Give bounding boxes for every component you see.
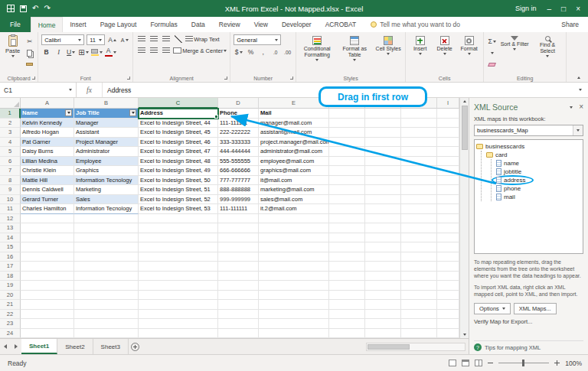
ribbon-tab-acrobat[interactable]: ACROBAT <box>318 17 363 32</box>
cell-G15[interactable] <box>365 242 401 252</box>
cell-G17[interactable] <box>365 262 401 272</box>
tree-item-address[interactable]: address <box>496 176 581 184</box>
tree-item-card[interactable]: card <box>486 151 581 159</box>
cell-D16[interactable] <box>218 252 259 262</box>
find-select-button[interactable]: Find & Select <box>532 34 563 57</box>
cell-G3[interactable] <box>365 128 401 138</box>
cell-H15[interactable] <box>401 242 437 252</box>
cell-G7[interactable] <box>365 166 401 176</box>
merge-center-button[interactable]: Merge & Center <box>173 46 227 55</box>
cell-D3[interactable]: 222-222222 <box>218 128 259 138</box>
dialog-launcher-icon[interactable] <box>290 76 293 80</box>
cell-H23[interactable] <box>401 319 437 329</box>
cell-F11[interactable] <box>329 204 365 214</box>
sheet-tab-sheet1[interactable]: Sheet1 <box>21 339 57 354</box>
cell-B3[interactable]: Assistant <box>74 128 139 138</box>
delete-cells-button[interactable]: Delete <box>433 34 456 55</box>
ribbon-tab-home[interactable]: Home <box>31 17 64 32</box>
row-header-11[interactable]: 11 <box>0 204 21 214</box>
cell-E3[interactable]: assistant@mail.com <box>259 128 329 138</box>
cell-F1[interactable] <box>329 109 365 119</box>
cut-button[interactable]: ✂ <box>24 37 34 46</box>
cell-A22[interactable] <box>21 310 74 320</box>
cell-G18[interactable] <box>365 272 401 282</box>
cell-I8[interactable] <box>437 176 459 186</box>
conditional-formatting-button[interactable]: Conditional Formatting <box>299 34 335 61</box>
cell-B11[interactable]: Information Tecnology <box>74 204 139 214</box>
cell-A6[interactable]: Lillian Medina <box>21 157 74 167</box>
scroll-up-icon[interactable] <box>463 100 466 103</box>
redo-icon[interactable]: ↷ <box>44 5 50 12</box>
cell-C14[interactable] <box>139 233 218 243</box>
cell-G22[interactable] <box>365 310 401 320</box>
cell-D14[interactable] <box>218 233 259 243</box>
formula-bar-expand[interactable] <box>579 83 588 97</box>
row-header-2[interactable]: 2 <box>0 119 21 129</box>
cell-H18[interactable] <box>401 272 437 282</box>
cell-C23[interactable] <box>139 319 218 329</box>
cell-C7[interactable]: Excel to Indesign Street, 49 <box>139 166 218 176</box>
name-box[interactable]: C1 <box>0 83 77 97</box>
cell-I10[interactable] <box>437 195 459 205</box>
dialog-launcher-icon[interactable] <box>224 76 227 80</box>
tree-item-name[interactable]: name <box>496 159 581 168</box>
close-pane-button[interactable]: × <box>579 103 583 111</box>
row-header-13[interactable]: 13 <box>0 223 21 233</box>
align-right-button[interactable] <box>161 46 171 55</box>
cell-E24[interactable] <box>259 329 329 339</box>
close-icon[interactable]: × <box>576 5 580 13</box>
column-header-A[interactable]: A <box>21 98 74 109</box>
cell-C12[interactable] <box>139 214 218 224</box>
cell-H1[interactable] <box>401 109 437 119</box>
cell-B20[interactable] <box>74 291 139 301</box>
copy-button[interactable] <box>24 48 34 57</box>
cell-F6[interactable] <box>329 157 365 167</box>
maximize-icon[interactable]: □ <box>561 5 566 13</box>
italic-button[interactable]: I <box>54 47 64 57</box>
align-left-button[interactable] <box>136 46 146 55</box>
cell-I11[interactable] <box>437 204 459 214</box>
cell-A12[interactable] <box>21 214 74 224</box>
cell-D4[interactable]: 333-333333 <box>218 138 259 148</box>
cell-E21[interactable] <box>259 300 329 310</box>
cell-F14[interactable] <box>329 233 365 243</box>
cell-A15[interactable] <box>21 242 74 252</box>
row-header-23[interactable]: 23 <box>0 319 21 329</box>
fill-color-button[interactable] <box>91 47 103 57</box>
cell-B15[interactable] <box>74 242 139 252</box>
cell-D8[interactable]: 777-777777 <box>218 176 259 186</box>
bold-button[interactable]: B <box>41 47 51 57</box>
ribbon-tab-formulas[interactable]: Formulas <box>143 17 184 32</box>
cell-C4[interactable]: Excel to Indesign Street, 46 <box>139 138 218 148</box>
cell-H10[interactable] <box>401 195 437 205</box>
cell-B10[interactable]: Sales <box>74 195 139 205</box>
sheet-tab-sheet3[interactable]: Sheet3 <box>93 339 129 354</box>
cell-G23[interactable] <box>365 319 401 329</box>
cell-G9[interactable] <box>365 185 401 195</box>
cell-A8[interactable]: Mattie Hill <box>21 176 74 186</box>
insert-function-button[interactable]: fx <box>77 83 103 97</box>
cell-G21[interactable] <box>365 300 401 310</box>
cell-H16[interactable] <box>401 252 437 262</box>
cell-A9[interactable]: Dennis Caldwell <box>21 185 74 195</box>
cell-C20[interactable] <box>139 291 218 301</box>
cell-D20[interactable] <box>218 291 259 301</box>
row-header-17[interactable]: 17 <box>0 262 21 272</box>
cell-E9[interactable]: marketing@mail.com <box>259 185 329 195</box>
row-header-19[interactable]: 19 <box>0 281 21 291</box>
font-name-select[interactable]: Calibri <box>41 34 84 45</box>
row-header-4[interactable]: 4 <box>0 138 21 148</box>
cell-D21[interactable] <box>218 300 259 310</box>
cell-H6[interactable] <box>401 157 437 167</box>
row-header-16[interactable]: 16 <box>0 252 21 262</box>
cell-F12[interactable] <box>329 214 365 224</box>
zoom-out-icon[interactable] <box>488 363 493 364</box>
cell-G8[interactable] <box>365 176 401 186</box>
cell-F8[interactable] <box>329 176 365 186</box>
cell-D1[interactable]: Phone <box>218 109 259 119</box>
column-header-B[interactable]: B <box>74 98 139 109</box>
filter-button[interactable] <box>65 109 72 116</box>
cell-C11[interactable]: Excel to Indesign Street, 53 <box>139 204 218 214</box>
cell-A11[interactable]: Charles Hamilton <box>21 204 74 214</box>
select-all-corner[interactable] <box>0 98 21 109</box>
